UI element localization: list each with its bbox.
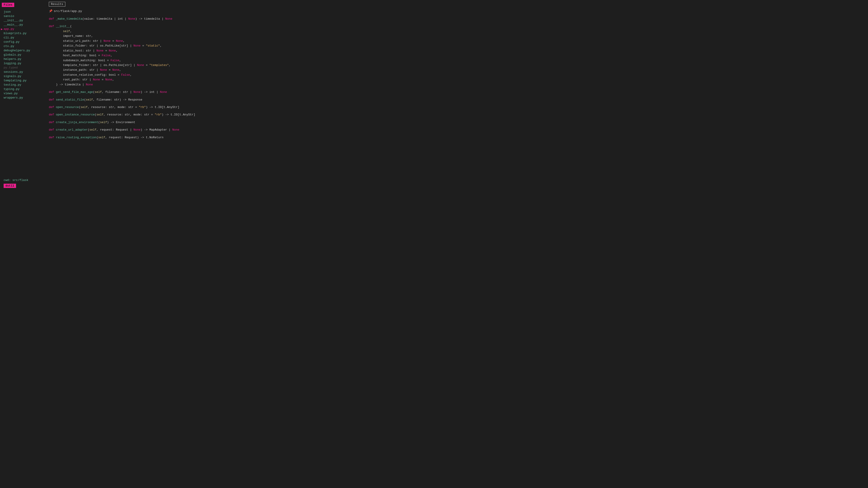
app-container: Files json sansio __init__.py __main__.p…: [0, 0, 329, 190]
code-make-timedelta: def _make_timedelta(value: timedelta | i…: [49, 17, 326, 21]
bottom-area: cwd: src/flask dstll: [0, 176, 329, 190]
code-create-url-adapter: def create_url_adapter(self, request: Re…: [49, 127, 326, 132]
sidebar-item-debughelpers[interactable]: debughelpers.py: [0, 48, 45, 53]
sidebar-item-config[interactable]: config.py: [0, 40, 45, 44]
main-content: Files json sansio __init__.py __main__.p…: [0, 0, 329, 176]
sidebar-item-blueprints[interactable]: blueprints.py: [0, 31, 45, 35]
sidebar-item-logging[interactable]: logging.py: [0, 61, 45, 66]
sidebar-item-main[interactable]: __main__.py: [0, 23, 45, 27]
sidebar-item-typing[interactable]: typing.py: [0, 87, 45, 91]
sidebar-item-sansio[interactable]: sansio: [0, 14, 45, 18]
results-header: Results: [49, 2, 65, 6]
results-panel: Results 📌 src/flask/app.py def _make_tim…: [45, 0, 329, 176]
file-path: 📌 src/flask/app.py: [49, 9, 326, 13]
sidebar-item-init[interactable]: __init__.py: [0, 18, 45, 23]
sidebar-item-app[interactable]: app.py: [0, 27, 45, 31]
sidebar-item-signals[interactable]: signals.py: [0, 74, 45, 78]
sidebar-item-templating[interactable]: templating.py: [0, 78, 45, 83]
code-init: def __init__( self, import_name: str, st…: [49, 24, 326, 87]
sidebar-item-globals[interactable]: globals.py: [0, 53, 45, 57]
status-badge: dstll: [4, 184, 16, 188]
sidebar-item-pytyped[interactable]: py.typed: [0, 66, 45, 70]
sidebar-item-json[interactable]: json: [0, 10, 45, 14]
sidebar-item-testing[interactable]: testing.py: [0, 83, 45, 87]
sidebar: Files json sansio __init__.py __main__.p…: [0, 0, 45, 176]
sidebar-item-sessions[interactable]: sessions.py: [0, 70, 45, 74]
sidebar-item-ctx[interactable]: ctx.py: [0, 44, 45, 48]
sidebar-item-helpers[interactable]: helpers.py: [0, 57, 45, 61]
sidebar-item-wrappers[interactable]: wrappers.py: [0, 96, 45, 100]
code-create-jinja-environment: def create_jinja_environment(self) -> En…: [49, 120, 326, 125]
sidebar-item-cli[interactable]: cli.py: [0, 35, 45, 40]
code-raise-routing-exception: def raise_routing_exception(self, reques…: [49, 135, 326, 140]
code-line-make-timedelta: def _make_timedelta(value: timedelta | i…: [49, 17, 326, 21]
code-get-send-file-max-age: def get_send_file_max_age(self, filename…: [49, 90, 326, 94]
cwd-label: cwd: src/flask: [2, 177, 327, 183]
code-send-static-file: def send_static_file(self, filename: str…: [49, 97, 326, 102]
sidebar-item-views[interactable]: views.py: [0, 91, 45, 96]
code-open-instance-resource: def open_instance_resource(self, resourc…: [49, 112, 326, 117]
sidebar-header: Files: [2, 3, 14, 7]
file-path-icon: 📌: [49, 9, 53, 13]
code-open-resource: def open_resource(self, resource: str, m…: [49, 105, 326, 109]
file-path-text: src/flask/app.py: [54, 9, 82, 13]
status-bar: dstll: [2, 183, 327, 189]
